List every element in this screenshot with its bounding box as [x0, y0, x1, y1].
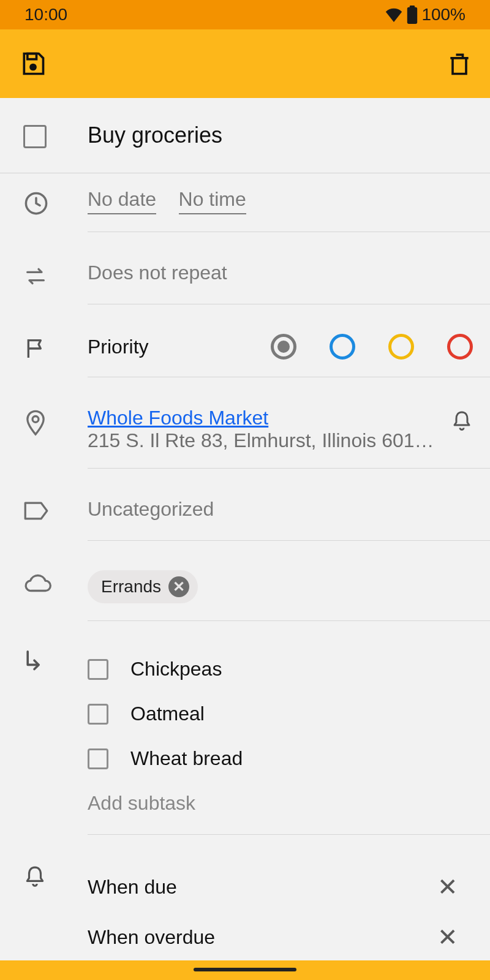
- svg-rect-0: [407, 7, 417, 24]
- subtask-label: Chickpeas: [130, 658, 222, 680]
- priority-none[interactable]: [271, 334, 296, 360]
- reminder-remove-button[interactable]: ✕: [437, 923, 458, 951]
- svg-rect-2: [28, 54, 37, 59]
- subtasks-section: ChickpeasOatmealWheat bread Add subtask: [0, 636, 490, 850]
- subtask-row[interactable]: Oatmeal: [88, 692, 473, 736]
- reminder-label: When due: [88, 876, 177, 899]
- tag-icon: [23, 500, 49, 521]
- flag-icon: [23, 336, 48, 361]
- subtask-row[interactable]: Wheat bread: [88, 736, 473, 781]
- priority-row: Priority: [0, 319, 490, 392]
- reminder-row[interactable]: When overdue✕: [88, 912, 473, 962]
- time-field[interactable]: No time: [179, 188, 246, 214]
- status-time: 10:00: [24, 5, 67, 24]
- location-name[interactable]: Whole Foods Market: [88, 407, 443, 429]
- date-field[interactable]: No date: [88, 188, 156, 214]
- save-button[interactable]: [20, 50, 47, 77]
- priority-low[interactable]: [330, 334, 355, 360]
- clock-icon: [23, 190, 49, 216]
- category-row[interactable]: Uncategorized: [0, 483, 490, 556]
- list-row[interactable]: Errands ✕: [0, 556, 490, 636]
- reminder-remove-button[interactable]: ✕: [437, 873, 458, 901]
- battery-icon: [407, 6, 418, 24]
- home-indicator: [194, 968, 296, 971]
- task-title-row[interactable]: Buy groceries: [0, 98, 490, 173]
- repeat-icon: [23, 264, 48, 288]
- task-title[interactable]: Buy groceries: [88, 123, 473, 148]
- svg-rect-1: [410, 6, 415, 8]
- wifi-icon: [385, 7, 403, 22]
- subtask-checkbox[interactable]: [88, 748, 108, 769]
- status-right: 100%: [385, 5, 466, 24]
- battery-percent: 100%: [421, 5, 466, 24]
- cloud-icon: [23, 573, 51, 595]
- subtask-checkbox[interactable]: [88, 704, 108, 725]
- location-row[interactable]: Whole Foods Market 215 S. Il Rte 83, Elm…: [0, 392, 490, 483]
- datetime-row[interactable]: No date No time: [0, 173, 490, 247]
- save-icon: [20, 50, 47, 77]
- reminder-row[interactable]: When due✕: [88, 862, 473, 912]
- location-address: 215 S. Il Rte 83, Elmhurst, Illinois 601…: [88, 429, 443, 452]
- reminder-label: When overdue: [88, 926, 215, 949]
- repeat-value: Does not repeat: [88, 262, 227, 284]
- trash-icon: [446, 50, 473, 77]
- app-bar: [0, 29, 490, 98]
- add-subtask-button[interactable]: Add subtask: [88, 781, 473, 829]
- chip-remove-icon[interactable]: ✕: [168, 576, 189, 597]
- list-chip-label: Errands: [101, 577, 161, 597]
- svg-point-5: [32, 417, 39, 423]
- svg-point-3: [29, 64, 37, 71]
- category-value: Uncategorized: [88, 498, 214, 520]
- task-complete-checkbox[interactable]: [23, 125, 47, 148]
- subtask-arrow-icon: [23, 649, 45, 674]
- list-chip[interactable]: Errands ✕: [88, 570, 198, 603]
- priority-high[interactable]: [447, 334, 473, 360]
- subtask-checkbox[interactable]: [88, 659, 108, 680]
- subtask-label: Oatmeal: [130, 703, 205, 725]
- subtask-row[interactable]: Chickpeas: [88, 647, 473, 692]
- bell-icon: [23, 864, 47, 890]
- delete-button[interactable]: [446, 50, 473, 77]
- repeat-row[interactable]: Does not repeat: [0, 247, 490, 319]
- priority-medium[interactable]: [388, 334, 414, 360]
- bell-icon: [451, 409, 473, 434]
- subtask-label: Wheat bread: [130, 747, 243, 770]
- status-bar: 10:00 100%: [0, 0, 490, 29]
- reminders-section: When due✕When overdue✕: [0, 850, 490, 962]
- priority-label: Priority: [88, 336, 238, 358]
- location-reminder-button[interactable]: [443, 407, 473, 434]
- location-icon: [23, 409, 48, 437]
